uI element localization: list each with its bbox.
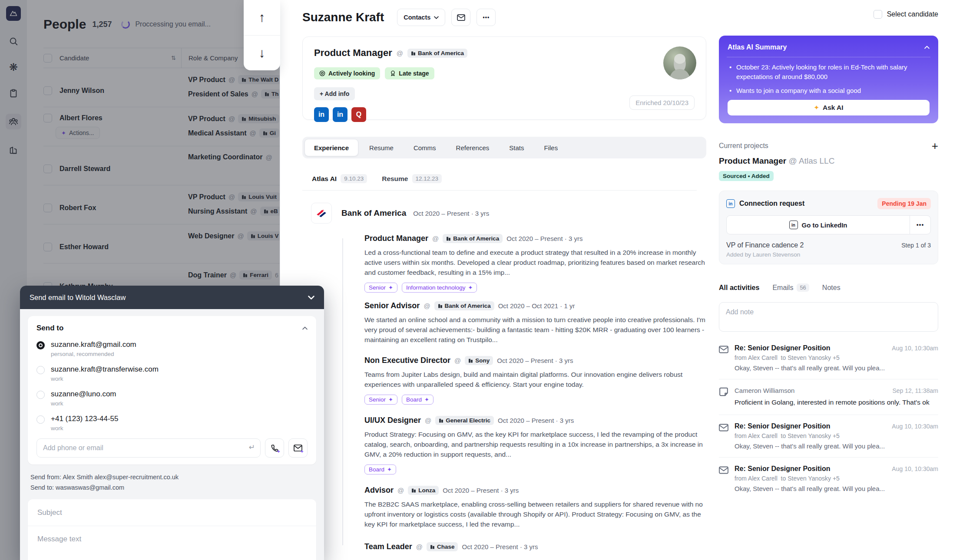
linkedin-more-button[interactable]: ••• <box>910 216 930 234</box>
company-chip[interactable]: Bank of America <box>443 234 503 243</box>
tab-references[interactable]: References <box>447 139 499 156</box>
ai-email-button[interactable]: ✦ <box>288 438 308 458</box>
ai-tag[interactable]: Information technology✦ <box>402 283 477 293</box>
recipient-option[interactable]: suzanne@luno.comwork <box>36 390 308 407</box>
status-tag-late-stage[interactable]: Late stage <box>385 67 434 79</box>
recipient-option[interactable]: +41 (123) 123-44-55work <box>36 415 308 432</box>
add-info-button[interactable]: + Add info <box>314 87 355 100</box>
email-from: from Alex Carell <box>735 475 778 482</box>
company-chip[interactable]: Sony <box>465 356 493 365</box>
more-actions-button[interactable]: ••• <box>476 9 496 26</box>
ai-tag[interactable]: Board✦ <box>364 464 396 474</box>
status-tag-actively-looking[interactable]: Actively looking <box>314 67 380 79</box>
company-chip[interactable]: General Electric <box>435 416 494 425</box>
down-arrow-icon: ↓ <box>259 46 265 60</box>
experience-list: Product Manager@ Bank of America Oct 202… <box>302 234 706 551</box>
email-button[interactable] <box>451 9 470 26</box>
timestamp: Aug 10, 10:30am <box>892 345 938 352</box>
entry-description: Led a cross-functional team to define an… <box>364 247 706 277</box>
detail-tabs: Experience Resume Comms References Stats… <box>302 137 706 158</box>
sparkle-icon: ✦ <box>468 284 473 291</box>
activity-email-item[interactable]: Re: Senior Designer PositionAug 10, 10:3… <box>719 337 938 379</box>
send-from-line: Send from: Alex Smith alex@super-recruit… <box>30 472 316 482</box>
add-phone-or-email-input[interactable] <box>36 438 261 458</box>
company-chip[interactable]: Chase <box>427 542 458 551</box>
select-candidate-checkbox[interactable] <box>874 10 882 19</box>
tab-all-activities[interactable]: All activities <box>719 284 759 292</box>
linkedin-icon[interactable]: in <box>333 107 347 122</box>
prev-candidate-button[interactable]: ↑ <box>244 0 280 36</box>
radio-selected[interactable] <box>36 341 45 349</box>
company-chip[interactable]: Lonza <box>408 486 439 495</box>
entry-title: Team Leader <box>364 542 412 551</box>
activity-note-item[interactable]: Cameron WilliamsonSep 12, 11:38am Profic… <box>719 379 938 415</box>
ask-ai-button[interactable]: ✦ Ask AI <box>728 100 930 115</box>
sparkle-icon: ✦ <box>387 466 392 473</box>
tab-notes[interactable]: Notes <box>822 284 840 292</box>
entry-description: We started an online school and a commun… <box>364 315 706 345</box>
ai-bullet: October 23: Actively looking for roles i… <box>728 63 930 82</box>
tab-comms[interactable]: Comms <box>404 139 445 156</box>
profile-card: Product Manager @ Bank of America Active… <box>302 36 706 120</box>
recipient-note: work <box>51 376 159 382</box>
ai-tag[interactable]: Board✦ <box>402 395 433 405</box>
sparkle-icon: ✦ <box>388 284 393 291</box>
chevron-down-icon <box>434 16 439 19</box>
message-input[interactable] <box>28 526 316 560</box>
current-projects-label: Current projects <box>719 142 768 150</box>
tab-stats[interactable]: Stats <box>500 139 533 156</box>
building-icon <box>411 51 416 56</box>
experience-entry: Non Executive Director@ Sony Oct 2020 – … <box>364 356 706 405</box>
next-candidate-button[interactable]: ↓ <box>244 36 280 71</box>
ai-tag[interactable]: Senior✦ <box>364 395 397 405</box>
quora-icon[interactable]: Q <box>351 107 366 122</box>
recipient-option[interactable]: suzanne.kraft@gmail.compersonal, recomme… <box>36 340 308 357</box>
source-resume[interactable]: Resume12.12.23 <box>382 174 442 183</box>
cadence-name[interactable]: VP of Finance cadence 2 <box>726 241 804 249</box>
radio-unselected[interactable] <box>36 415 45 424</box>
tab-experience[interactable]: Experience <box>304 139 358 156</box>
chevron-up-icon[interactable] <box>302 326 308 330</box>
modal-title: Send email to Witold Wasclaw <box>30 293 126 302</box>
entry-description: Teams from Jupiter Labs design, build an… <box>364 369 706 389</box>
add-note-input[interactable] <box>719 302 938 332</box>
linkedin-icon[interactable]: in <box>314 107 329 122</box>
building-icon <box>411 488 416 493</box>
tab-resume[interactable]: Resume <box>360 139 403 156</box>
email-subject: Re: Senior Designer Position <box>735 465 830 473</box>
company-chip[interactable]: Bank of America <box>434 301 494 310</box>
contacts-dropdown[interactable]: Contacts <box>397 9 445 26</box>
project-company: Atlas LLC <box>799 156 834 165</box>
recipient-option[interactable]: suzanne.kraft@transferwise.comwork <box>36 365 308 382</box>
source-date-badge: 9.10.23 <box>341 174 367 183</box>
entry-dates: Oct 2020 – Present · 3 yrs <box>497 357 573 364</box>
chevron-up-icon[interactable] <box>924 46 930 49</box>
atlas-ai-summary-card: Atlas AI Summary October 23: Actively lo… <box>719 36 938 123</box>
send-to-label: Send to <box>36 324 63 333</box>
ai-call-button[interactable]: ✦ <box>265 438 284 458</box>
tab-files[interactable]: Files <box>535 139 567 156</box>
building-icon <box>430 544 435 549</box>
sparkle-icon: ✦ <box>388 396 393 403</box>
go-to-linkedin-button[interactable]: in Go to LinkedIn <box>727 216 910 234</box>
activity-tabs: All activities Emails56 Notes <box>719 283 938 292</box>
activity-email-item[interactable]: Re: Senior Designer PositionAug 10, 10:3… <box>719 458 938 500</box>
radio-unselected[interactable] <box>36 391 45 399</box>
connection-request-label: Connection request <box>739 200 804 208</box>
envelope-icon <box>719 345 728 354</box>
add-project-button[interactable]: + <box>932 142 938 150</box>
radio-unselected[interactable] <box>36 366 45 374</box>
modal-header[interactable]: Send email to Witold Wasclaw <box>20 286 324 309</box>
chevron-down-icon[interactable] <box>308 296 314 300</box>
source-atlas-ai[interactable]: Atlas AI9.10.23 <box>312 174 367 183</box>
send-to-line: Send to: waswaswas@gmail.com <box>30 482 316 493</box>
email-from: from Alex Carell <box>735 354 778 361</box>
ai-tag[interactable]: Senior✦ <box>364 283 397 293</box>
recipient-note: work <box>51 400 116 407</box>
tab-emails[interactable]: Emails56 <box>772 283 809 292</box>
sparkle-icon: ✦ <box>300 449 304 455</box>
email-preview: Okay, Steven -- that's all really great.… <box>735 485 938 492</box>
subject-input[interactable] <box>28 499 316 526</box>
company-chip[interactable]: Bank of America <box>407 49 467 58</box>
activity-email-item[interactable]: Re: Senior Designer PositionAug 10, 10:3… <box>719 415 938 458</box>
